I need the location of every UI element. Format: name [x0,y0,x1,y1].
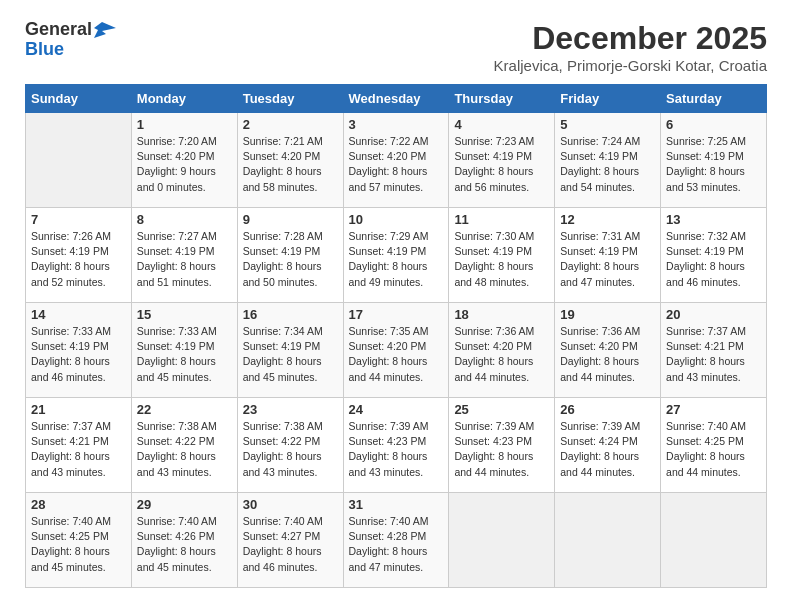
header-wednesday: Wednesday [343,85,449,113]
calendar-cell: 28Sunrise: 7:40 AMSunset: 4:25 PMDayligh… [26,493,132,588]
calendar-cell: 18Sunrise: 7:36 AMSunset: 4:20 PMDayligh… [449,303,555,398]
logo-blue-text: Blue [25,40,64,60]
day-number: 19 [560,307,655,322]
day-info: Sunrise: 7:33 AMSunset: 4:19 PMDaylight:… [137,324,232,385]
day-number: 6 [666,117,761,132]
calendar-cell: 26Sunrise: 7:39 AMSunset: 4:24 PMDayligh… [555,398,661,493]
calendar-header-row: SundayMondayTuesdayWednesdayThursdayFrid… [26,85,767,113]
logo-general-text: General [25,20,92,40]
day-number: 3 [349,117,444,132]
calendar-cell: 14Sunrise: 7:33 AMSunset: 4:19 PMDayligh… [26,303,132,398]
day-number: 4 [454,117,549,132]
calendar-cell: 23Sunrise: 7:38 AMSunset: 4:22 PMDayligh… [237,398,343,493]
calendar-cell: 2Sunrise: 7:21 AMSunset: 4:20 PMDaylight… [237,113,343,208]
day-info: Sunrise: 7:37 AMSunset: 4:21 PMDaylight:… [666,324,761,385]
calendar-cell: 9Sunrise: 7:28 AMSunset: 4:19 PMDaylight… [237,208,343,303]
svg-marker-0 [94,22,116,38]
day-info: Sunrise: 7:40 AMSunset: 4:25 PMDaylight:… [31,514,126,575]
day-info: Sunrise: 7:38 AMSunset: 4:22 PMDaylight:… [243,419,338,480]
day-number: 24 [349,402,444,417]
calendar-cell: 29Sunrise: 7:40 AMSunset: 4:26 PMDayligh… [131,493,237,588]
page-header: General Blue December 2025 Kraljevica, P… [25,20,767,74]
day-info: Sunrise: 7:40 AMSunset: 4:28 PMDaylight:… [349,514,444,575]
day-number: 1 [137,117,232,132]
day-number: 7 [31,212,126,227]
day-number: 12 [560,212,655,227]
day-number: 15 [137,307,232,322]
day-number: 16 [243,307,338,322]
header-tuesday: Tuesday [237,85,343,113]
day-info: Sunrise: 7:37 AMSunset: 4:21 PMDaylight:… [31,419,126,480]
day-number: 29 [137,497,232,512]
calendar-cell: 24Sunrise: 7:39 AMSunset: 4:23 PMDayligh… [343,398,449,493]
day-number: 25 [454,402,549,417]
calendar-cell: 27Sunrise: 7:40 AMSunset: 4:25 PMDayligh… [661,398,767,493]
calendar-cell: 22Sunrise: 7:38 AMSunset: 4:22 PMDayligh… [131,398,237,493]
day-number: 2 [243,117,338,132]
header-friday: Friday [555,85,661,113]
day-info: Sunrise: 7:34 AMSunset: 4:19 PMDaylight:… [243,324,338,385]
day-info: Sunrise: 7:39 AMSunset: 4:24 PMDaylight:… [560,419,655,480]
day-info: Sunrise: 7:26 AMSunset: 4:19 PMDaylight:… [31,229,126,290]
calendar-cell: 20Sunrise: 7:37 AMSunset: 4:21 PMDayligh… [661,303,767,398]
day-number: 20 [666,307,761,322]
day-info: Sunrise: 7:40 AMSunset: 4:27 PMDaylight:… [243,514,338,575]
title-block: December 2025 Kraljevica, Primorje-Gorsk… [494,20,767,74]
calendar-week-row: 21Sunrise: 7:37 AMSunset: 4:21 PMDayligh… [26,398,767,493]
day-number: 10 [349,212,444,227]
day-info: Sunrise: 7:20 AMSunset: 4:20 PMDaylight:… [137,134,232,195]
calendar-cell [449,493,555,588]
calendar-cell: 6Sunrise: 7:25 AMSunset: 4:19 PMDaylight… [661,113,767,208]
calendar-week-row: 1Sunrise: 7:20 AMSunset: 4:20 PMDaylight… [26,113,767,208]
calendar-cell: 5Sunrise: 7:24 AMSunset: 4:19 PMDaylight… [555,113,661,208]
day-info: Sunrise: 7:22 AMSunset: 4:20 PMDaylight:… [349,134,444,195]
calendar-cell: 30Sunrise: 7:40 AMSunset: 4:27 PMDayligh… [237,493,343,588]
location-title: Kraljevica, Primorje-Gorski Kotar, Croat… [494,57,767,74]
month-title: December 2025 [494,20,767,57]
day-info: Sunrise: 7:30 AMSunset: 4:19 PMDaylight:… [454,229,549,290]
day-info: Sunrise: 7:40 AMSunset: 4:25 PMDaylight:… [666,419,761,480]
day-number: 17 [349,307,444,322]
calendar-cell: 4Sunrise: 7:23 AMSunset: 4:19 PMDaylight… [449,113,555,208]
day-info: Sunrise: 7:40 AMSunset: 4:26 PMDaylight:… [137,514,232,575]
calendar-week-row: 7Sunrise: 7:26 AMSunset: 4:19 PMDaylight… [26,208,767,303]
header-saturday: Saturday [661,85,767,113]
day-number: 13 [666,212,761,227]
day-info: Sunrise: 7:35 AMSunset: 4:20 PMDaylight:… [349,324,444,385]
calendar-cell: 16Sunrise: 7:34 AMSunset: 4:19 PMDayligh… [237,303,343,398]
calendar-cell: 17Sunrise: 7:35 AMSunset: 4:20 PMDayligh… [343,303,449,398]
calendar-cell: 7Sunrise: 7:26 AMSunset: 4:19 PMDaylight… [26,208,132,303]
day-number: 5 [560,117,655,132]
day-number: 11 [454,212,549,227]
header-thursday: Thursday [449,85,555,113]
calendar-cell: 1Sunrise: 7:20 AMSunset: 4:20 PMDaylight… [131,113,237,208]
day-info: Sunrise: 7:27 AMSunset: 4:19 PMDaylight:… [137,229,232,290]
calendar-cell: 25Sunrise: 7:39 AMSunset: 4:23 PMDayligh… [449,398,555,493]
calendar-cell: 19Sunrise: 7:36 AMSunset: 4:20 PMDayligh… [555,303,661,398]
day-number: 8 [137,212,232,227]
calendar-cell [555,493,661,588]
calendar-table: SundayMondayTuesdayWednesdayThursdayFrid… [25,84,767,588]
day-number: 23 [243,402,338,417]
calendar-cell: 12Sunrise: 7:31 AMSunset: 4:19 PMDayligh… [555,208,661,303]
day-info: Sunrise: 7:28 AMSunset: 4:19 PMDaylight:… [243,229,338,290]
day-number: 18 [454,307,549,322]
day-number: 22 [137,402,232,417]
day-number: 30 [243,497,338,512]
day-number: 31 [349,497,444,512]
logo: General Blue [25,20,116,60]
day-number: 9 [243,212,338,227]
day-number: 14 [31,307,126,322]
calendar-cell [26,113,132,208]
day-number: 28 [31,497,126,512]
day-info: Sunrise: 7:31 AMSunset: 4:19 PMDaylight:… [560,229,655,290]
day-number: 27 [666,402,761,417]
day-info: Sunrise: 7:29 AMSunset: 4:19 PMDaylight:… [349,229,444,290]
calendar-cell [661,493,767,588]
calendar-cell: 3Sunrise: 7:22 AMSunset: 4:20 PMDaylight… [343,113,449,208]
calendar-week-row: 28Sunrise: 7:40 AMSunset: 4:25 PMDayligh… [26,493,767,588]
header-monday: Monday [131,85,237,113]
day-info: Sunrise: 7:38 AMSunset: 4:22 PMDaylight:… [137,419,232,480]
calendar-week-row: 14Sunrise: 7:33 AMSunset: 4:19 PMDayligh… [26,303,767,398]
day-info: Sunrise: 7:39 AMSunset: 4:23 PMDaylight:… [454,419,549,480]
